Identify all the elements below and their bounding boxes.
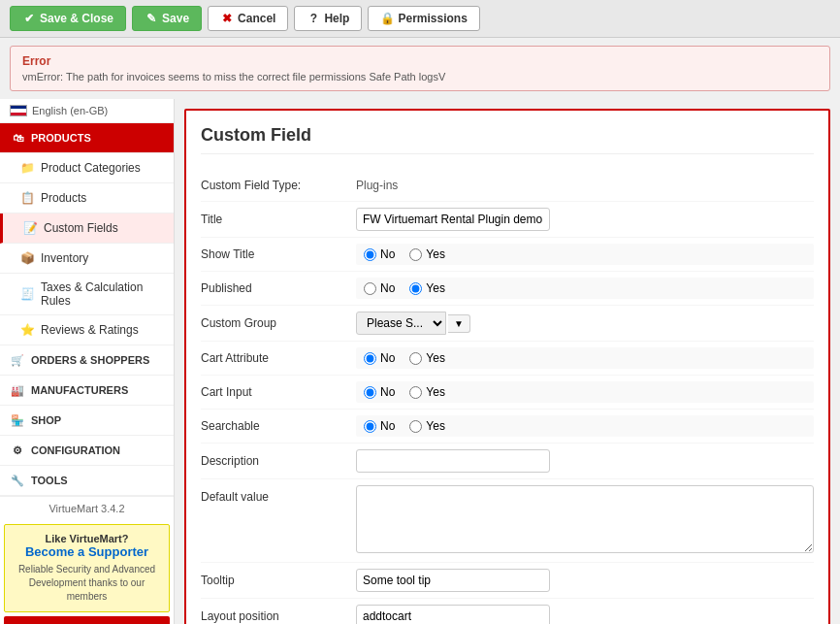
permissions-button[interactable]: 🔒 Permissions (368, 6, 479, 31)
show-title-row: Show Title No Yes (201, 238, 814, 272)
sidebar-item-orders[interactable]: 🛒 ORDERS & SHOPPERS (0, 345, 174, 376)
show-title-no-option[interactable]: No (364, 247, 395, 261)
description-input[interactable] (356, 449, 550, 473)
sidebar-item-manufacturers[interactable]: 🏭 MANUFACTURERS (0, 376, 174, 406)
sidebar-item-products[interactable]: 🛍 PRODUCTS (0, 123, 174, 153)
cart-attribute-row: Cart Attribute No Yes (201, 342, 814, 376)
products-list-icon: 📋 (19, 190, 35, 206)
cart-attribute-no-radio[interactable] (364, 352, 376, 365)
searchable-no-radio[interactable] (364, 420, 376, 433)
flag-icon (10, 105, 27, 116)
buy-membership-button[interactable]: VirtueMart membership Buy now (4, 616, 170, 624)
description-row: Description (201, 443, 814, 479)
published-yes-radio[interactable] (409, 282, 422, 295)
tooltip-label: Tooltip (201, 574, 356, 587)
show-title-yes-option[interactable]: Yes (409, 247, 445, 261)
taxes-icon: 🧾 (19, 286, 35, 302)
default-value-label: Default value (201, 485, 356, 504)
published-yes-option[interactable]: Yes (409, 281, 445, 295)
cart-attribute-label: Cart Attribute (201, 351, 356, 365)
configuration-icon: ⚙ (10, 443, 25, 458)
searchable-row: Searchable No Yes (201, 410, 814, 443)
form-title: Custom Field (201, 125, 814, 154)
language-selector[interactable]: English (en-GB) (0, 99, 174, 123)
cart-input-no-option[interactable]: No (364, 385, 395, 399)
title-label: Title (201, 213, 356, 226)
version-label: VirtueMart 3.4.2 (0, 496, 174, 520)
sidebar-item-products-list[interactable]: 📋 Products (0, 183, 174, 213)
cancel-icon: ✖ (220, 12, 234, 25)
published-row: Published No Yes (201, 272, 814, 306)
cart-input-yes-option[interactable]: Yes (409, 385, 445, 399)
layout-position-row: Layout position (201, 599, 814, 624)
searchable-yes-radio[interactable] (409, 420, 422, 433)
manufacturers-icon: 🏭 (10, 382, 25, 398)
searchable-yes-option[interactable]: Yes (409, 419, 445, 433)
cart-input-no-radio[interactable] (364, 386, 376, 399)
custom-group-select-group: Please S... ▼ (356, 312, 814, 335)
sidebar-item-shop[interactable]: 🏪 SHOP (0, 406, 174, 436)
searchable-radio-group: No Yes (356, 415, 814, 437)
custom-group-row: Custom Group Please S... ▼ (201, 306, 814, 342)
show-title-radio-group: No Yes (356, 244, 814, 265)
sidebar-item-product-categories[interactable]: 📁 Product Categories (0, 153, 174, 183)
custom-group-dropdown-button[interactable]: ▼ (448, 314, 470, 333)
sidebar-item-custom-fields[interactable]: 📝 Custom Fields (0, 213, 174, 244)
tooltip-row: Tooltip (201, 563, 814, 599)
custom-group-select[interactable]: Please S... (356, 312, 446, 335)
cart-attribute-yes-option[interactable]: Yes (409, 351, 445, 365)
sidebar-item-configuration[interactable]: ⚙ CONFIGURATION (0, 436, 174, 466)
cancel-button[interactable]: ✖ Cancel (208, 6, 288, 31)
sidebar-item-taxes[interactable]: 🧾 Taxes & Calculation Rules (0, 274, 174, 315)
searchable-no-option[interactable]: No (364, 419, 395, 433)
default-value-textarea[interactable] (356, 485, 814, 553)
save-button[interactable]: ✎ Save (132, 6, 202, 31)
published-no-option[interactable]: No (364, 281, 395, 295)
searchable-label: Searchable (201, 419, 356, 433)
cart-attribute-no-option[interactable]: No (364, 351, 395, 365)
supporter-desc: Reliable Security and Advanced Developme… (13, 563, 161, 604)
cart-input-radio-group: No Yes (356, 381, 814, 403)
sidebar-item-inventory[interactable]: 📦 Inventory (0, 244, 174, 274)
published-no-radio[interactable] (364, 282, 376, 295)
cart-input-row: Cart Input No Yes (201, 376, 814, 410)
custom-group-label: Custom Group (201, 316, 356, 330)
published-radio-group: No Yes (356, 278, 814, 299)
main-layout: English (en-GB) 🛍 PRODUCTS 📁 Product Cat… (0, 99, 840, 624)
lock-icon: 🔒 (380, 12, 394, 25)
title-input[interactable] (356, 208, 550, 231)
error-message: vmError: The path for invoices seems to … (22, 71, 818, 82)
cart-attribute-yes-radio[interactable] (409, 352, 422, 365)
custom-fields-icon: 📝 (22, 220, 38, 236)
sidebar-item-tools[interactable]: 🔧 TOOLS (0, 466, 174, 496)
show-title-label: Show Title (201, 247, 356, 261)
field-type-row: Custom Field Type: Plug-ins (201, 169, 814, 202)
layout-position-input[interactable] (356, 605, 550, 624)
checkmark-icon: ✔ (22, 12, 36, 25)
cart-attribute-radio-group: No Yes (356, 347, 814, 369)
shop-icon: 🏪 (10, 412, 25, 428)
categories-icon: 📁 (19, 160, 35, 176)
tools-icon: 🔧 (10, 473, 25, 488)
show-title-no-radio[interactable] (364, 248, 376, 261)
help-icon: ? (307, 12, 320, 25)
cart-input-label: Cart Input (201, 385, 356, 399)
tooltip-input[interactable] (356, 569, 550, 592)
published-label: Published (201, 281, 356, 295)
supporter-box: Like VirtueMart? Become a Supporter Reli… (4, 524, 170, 612)
products-icon: 🛍 (10, 130, 25, 146)
show-title-yes-radio[interactable] (409, 248, 422, 261)
error-title: Error (22, 54, 818, 68)
become-supporter: Become a Supporter (13, 544, 161, 559)
description-label: Description (201, 454, 356, 468)
cart-input-yes-radio[interactable] (409, 386, 422, 399)
sidebar-item-reviews[interactable]: ⭐ Reviews & Ratings (0, 315, 174, 345)
sidebar: English (en-GB) 🛍 PRODUCTS 📁 Product Cat… (0, 99, 175, 624)
title-row: Title (201, 202, 814, 238)
help-button[interactable]: ? Help (294, 6, 362, 31)
save-close-button[interactable]: ✔ Save & Close (10, 6, 126, 31)
reviews-icon: ⭐ (19, 322, 35, 338)
toolbar: ✔ Save & Close ✎ Save ✖ Cancel ? Help 🔒 … (0, 0, 840, 38)
error-bar: Error vmError: The path for invoices see… (10, 46, 830, 91)
form-panel: Custom Field Custom Field Type: Plug-ins… (184, 109, 830, 624)
